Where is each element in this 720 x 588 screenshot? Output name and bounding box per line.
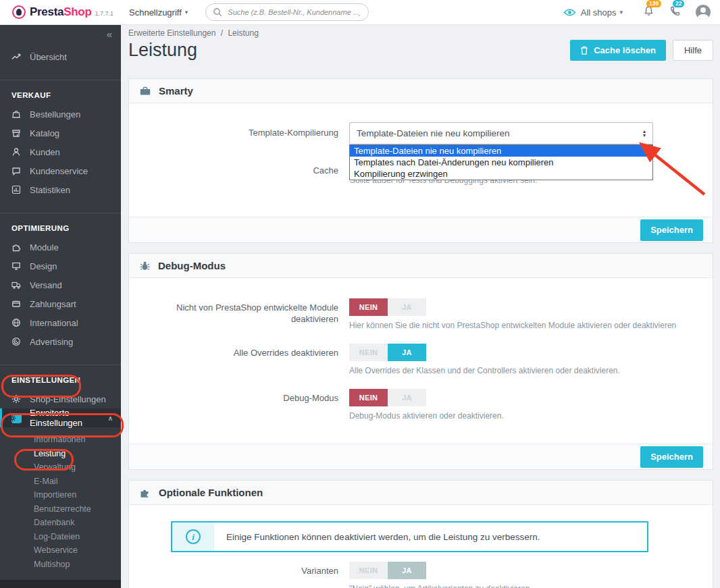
trend-chart-icon bbox=[11, 52, 21, 61]
advanced-submenu: Informationen Leistung Verwaltung E-Mail… bbox=[0, 433, 121, 571]
sidebar-item-uebersicht[interactable]: Übersicht bbox=[0, 47, 121, 66]
submenu-item-multishop[interactable]: Multishop bbox=[0, 558, 121, 572]
breadcrumb: Erweiterte Einstellungen / Leistung bbox=[128, 28, 720, 38]
globe-icon bbox=[11, 318, 21, 327]
clear-cache-button[interactable]: Cache löschen bbox=[570, 40, 666, 61]
toggle-no-option[interactable]: NEIN bbox=[349, 344, 388, 361]
page-header: Leistung Cache löschen Hilfe bbox=[128, 39, 713, 61]
header-actions: Cache löschen Hilfe bbox=[570, 40, 713, 61]
sidebar-item-bestellungen[interactable]: Bestellungen bbox=[0, 105, 121, 124]
all-shops-label: All shops bbox=[581, 7, 617, 18]
sidebar-item-katalog[interactable]: Katalog bbox=[0, 124, 121, 142]
row-hint: Debug-Modus aktivieren oder deaktivieren… bbox=[349, 411, 504, 421]
gear-icon bbox=[11, 394, 21, 404]
sidebar-item-label: Erweiterte Einstellungen bbox=[30, 408, 108, 428]
sidebar-item-versand[interactable]: Versand bbox=[0, 275, 121, 294]
submenu-item-log-dateien[interactable]: Log-Dateien bbox=[0, 530, 121, 544]
submenu-item-datenbank[interactable]: Datenbank bbox=[0, 516, 121, 530]
sidebar-item-shop-einstellungen[interactable]: Shop-Einstellungen bbox=[0, 390, 121, 408]
template-compilation-select[interactable]: Template-Dateien nie neu kompilieren ▴▾ bbox=[349, 122, 653, 144]
brand-text-shop: Shop bbox=[63, 5, 91, 19]
smarty-panel-body: Template-Kompilierung Template-Dateien n… bbox=[129, 103, 713, 217]
sidebar-divider bbox=[0, 213, 121, 213]
info-alert: i Einige Funktionen können deaktiviert w… bbox=[171, 521, 648, 552]
submenu-item-webservice[interactable]: Webservice bbox=[0, 543, 121, 558]
submenu-item-informationen[interactable]: Informationen bbox=[0, 433, 121, 447]
variants-toggle: NEIN JA bbox=[349, 562, 426, 579]
select-dropdown-list: Template-Dateien nie neu kompilieren Tem… bbox=[349, 144, 653, 180]
info-icon-cell: i bbox=[172, 523, 214, 551]
search-input[interactable] bbox=[226, 7, 361, 17]
toggle-yes-option[interactable]: JA bbox=[388, 298, 426, 316]
row-label: Debug-Modus bbox=[129, 389, 338, 421]
dropdown-option-2[interactable]: Templates nach Datei-Änderungen neu komp… bbox=[350, 157, 652, 168]
bar-chart-icon bbox=[11, 185, 21, 194]
select-value: Template-Dateien nie neu kompilieren bbox=[357, 128, 510, 138]
brand-text-presta: Presta bbox=[30, 5, 63, 19]
sidebar-item-international[interactable]: International bbox=[0, 313, 121, 332]
row-label: Alle Overrides deaktivieren bbox=[129, 344, 338, 375]
toggle-no-option[interactable]: NEIN bbox=[349, 389, 388, 406]
debug-panel-header: Debug-Modus bbox=[129, 254, 713, 278]
info-alert-text: Einige Funktionen können deaktiviert wer… bbox=[214, 523, 540, 551]
notifications-button[interactable]: 139 bbox=[643, 5, 654, 20]
sidebar-item-label: Bestellungen bbox=[30, 109, 80, 119]
sidebar-divider bbox=[0, 365, 121, 365]
dropdown-option-3[interactable]: Kompilierung erzwingen bbox=[350, 168, 652, 180]
sidebar-item-kunden[interactable]: Kunden bbox=[0, 142, 121, 161]
submenu-item-email[interactable]: E-Mail bbox=[0, 475, 121, 489]
debug-panel: Debug-Modus Nicht von PrestaShop entwick… bbox=[128, 253, 713, 470]
save-button[interactable]: Speichern bbox=[640, 219, 703, 241]
sidebar-item-label: Design bbox=[30, 261, 57, 271]
sidebar-item-kundenservice[interactable]: Kundenservice bbox=[0, 161, 121, 180]
monitor-icon bbox=[11, 261, 21, 271]
sidebar-collapse-button[interactable]: « bbox=[107, 28, 112, 40]
bug-icon bbox=[139, 260, 151, 271]
help-button[interactable]: Hilfe bbox=[673, 40, 713, 61]
store-icon bbox=[11, 128, 21, 138]
sidebar-item-advertising[interactable]: Advertising bbox=[0, 332, 121, 351]
sidebar-item-statistiken[interactable]: Statistiken bbox=[0, 180, 121, 199]
sidebar-item-erweiterte-einstellungen[interactable]: Erweiterte Einstellungen ∧ bbox=[0, 408, 121, 427]
sidebar: « Übersicht VERKAUF Bestellungen Katalog bbox=[0, 24, 121, 588]
sidebar-item-label: Versand bbox=[30, 280, 62, 290]
breadcrumb-current: Leistung bbox=[228, 28, 258, 38]
sidebar-item-zahlungsart[interactable]: Zahlungsart bbox=[0, 294, 121, 313]
submenu-item-importieren[interactable]: Importieren bbox=[0, 488, 121, 502]
smarty-panel-title: Smarty bbox=[159, 85, 193, 97]
sidebar-section-einstellungen: EINSTELLUNGEN bbox=[0, 376, 121, 384]
submenu-item-verwaltung[interactable]: Verwaltung bbox=[0, 460, 121, 475]
smarty-panel-footer: Speichern bbox=[129, 217, 713, 242]
quick-access-menu[interactable]: Schnellzugriff ▾ bbox=[129, 7, 188, 18]
toggle-yes-option[interactable]: JA bbox=[388, 389, 426, 406]
toggle-no-option[interactable]: NEIN bbox=[349, 298, 388, 316]
sidebar-item-design[interactable]: Design bbox=[0, 257, 121, 275]
sidebar-item-label: Shop-Einstellungen bbox=[30, 394, 106, 404]
trash-icon bbox=[580, 46, 588, 55]
info-icon: i bbox=[186, 529, 201, 544]
sidebar-item-label: Statistiken bbox=[30, 185, 70, 195]
support-button[interactable]: 22 bbox=[669, 5, 681, 20]
search-box[interactable] bbox=[205, 3, 369, 21]
prestashop-logo[interactable]: PrestaShop 1.7.7.1 bbox=[0, 5, 118, 19]
truck-icon bbox=[11, 280, 21, 290]
toggle-no-option[interactable]: NEIN bbox=[349, 562, 388, 579]
all-shops-selector[interactable]: All shops ▾ bbox=[563, 7, 623, 18]
profile-avatar[interactable] bbox=[696, 5, 711, 20]
submenu-item-leistung[interactable]: Leistung bbox=[0, 447, 121, 461]
sidebar-item-module[interactable]: Module bbox=[0, 238, 121, 257]
save-button[interactable]: Speichern bbox=[640, 446, 703, 468]
puzzle-icon bbox=[139, 487, 151, 499]
dropdown-option-1[interactable]: Template-Dateien nie neu kompilieren bbox=[350, 145, 652, 157]
non-prestashop-modules-toggle: NEIN JA bbox=[349, 298, 426, 316]
submenu-item-benutzerrechte[interactable]: Benutzerrechte bbox=[0, 502, 121, 516]
row-label: Varianten bbox=[129, 562, 338, 588]
disable-overrides-toggle: NEIN JA bbox=[349, 344, 426, 361]
version-label: 1.7.7.1 bbox=[95, 7, 113, 17]
toggle-yes-option[interactable]: JA bbox=[388, 562, 426, 579]
quick-access-label: Schnellzugriff bbox=[129, 7, 182, 18]
toggle-yes-option[interactable]: JA bbox=[388, 344, 426, 361]
sidebar-section-optimierung: OPTIMIERUNG bbox=[0, 224, 121, 232]
breadcrumb-parent[interactable]: Erweiterte Einstellungen bbox=[128, 28, 215, 38]
person-icon bbox=[11, 147, 21, 157]
